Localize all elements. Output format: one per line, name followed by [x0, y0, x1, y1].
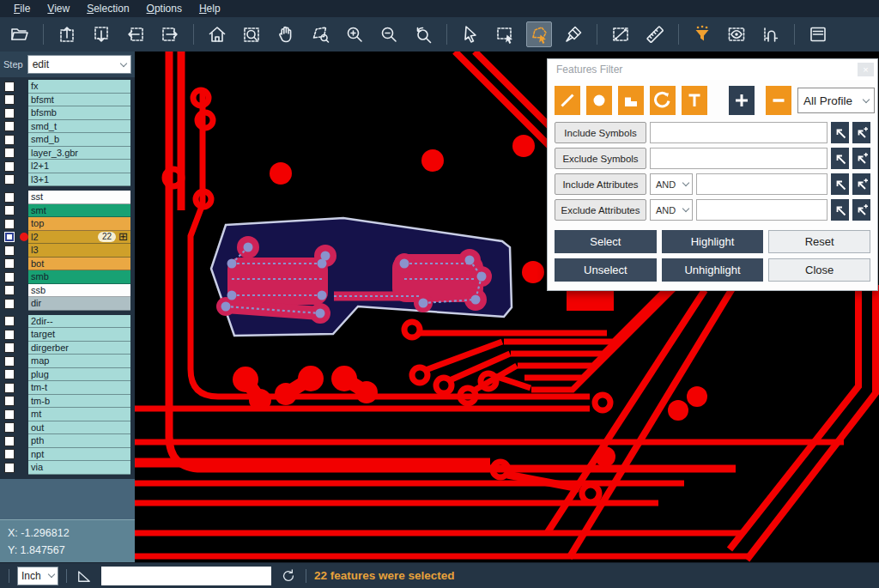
layer-row-via[interactable]: via — [0, 461, 135, 475]
select-button[interactable]: Select — [555, 230, 657, 253]
angle-measure-icon[interactable] — [75, 567, 94, 585]
filter-label-button[interactable]: Include Attributes — [555, 173, 646, 195]
pan-left-icon[interactable] — [123, 21, 149, 47]
filter-label-button[interactable]: Exclude Attributes — [555, 199, 646, 221]
layer-row-ssb[interactable]: ssb — [0, 284, 135, 298]
layer-name[interactable]: 2dir-- — [28, 315, 130, 329]
pick-arrow-plus-button[interactable] — [852, 122, 870, 143]
and-or-select[interactable]: AND — [650, 199, 693, 221]
unselect-button[interactable]: Unselect — [555, 258, 657, 282]
pan-right-icon[interactable] — [157, 21, 183, 47]
layer-visibility-checkbox[interactable] — [4, 148, 15, 158]
zoom-out-icon[interactable] — [376, 21, 402, 47]
close-button[interactable]: Close — [768, 258, 870, 282]
measure-distance-icon[interactable] — [608, 21, 633, 47]
pick-arrow-plus-button[interactable] — [852, 148, 870, 169]
ruler-icon[interactable] — [642, 21, 668, 47]
pick-arrow-button[interactable] — [831, 148, 849, 169]
menu-view[interactable]: View — [39, 1, 78, 16]
layer-visibility-checkbox[interactable] — [4, 192, 15, 203]
profile-select[interactable]: All Profile — [797, 88, 875, 113]
select-arrow-icon[interactable] — [458, 21, 483, 47]
layer-name[interactable]: pth — [28, 434, 130, 448]
menu-selection[interactable]: Selection — [78, 1, 137, 16]
menu-file[interactable]: File — [5, 1, 39, 16]
menu-help[interactable]: Help — [191, 1, 229, 16]
view-eye-icon[interactable] — [724, 21, 749, 47]
snap-magnet-icon[interactable] — [758, 21, 784, 47]
pick-arrow-button[interactable] — [831, 199, 849, 221]
unhighlight-button[interactable]: Unhighlight — [662, 258, 764, 282]
layer-visibility-checkbox[interactable] — [4, 356, 15, 367]
layer-name[interactable]: l222⊞ — [28, 231, 130, 245]
layer-row-tm-t[interactable]: tm-t — [0, 381, 135, 395]
layer-name[interactable]: sst — [28, 191, 130, 204]
layer-visibility-checkbox[interactable] — [4, 246, 15, 256]
layer-row-tm-b[interactable]: tm-b — [0, 395, 135, 409]
refresh-icon[interactable] — [279, 567, 298, 585]
layer-visibility-checkbox[interactable] — [4, 232, 15, 242]
layer-visibility-checkbox[interactable] — [4, 436, 15, 446]
layer-visibility-checkbox[interactable] — [4, 396, 15, 406]
select-polygon-icon[interactable] — [526, 21, 552, 47]
layer-row-smt[interactable]: smt — [0, 204, 135, 218]
layer-visibility-checkbox[interactable] — [4, 409, 15, 420]
filter-value-input[interactable] — [696, 173, 827, 195]
home-view-icon[interactable] — [204, 21, 230, 47]
layer-row-2dir--[interactable]: 2dir-- — [0, 315, 135, 329]
layer-name[interactable]: target — [28, 328, 130, 342]
layer-name[interactable]: bfsmb — [28, 106, 130, 120]
layer-visibility-checkbox[interactable] — [4, 135, 15, 145]
pick-arrow-button[interactable] — [831, 173, 849, 195]
layer-visibility-checkbox[interactable] — [4, 161, 15, 172]
layer-visibility-checkbox[interactable] — [4, 108, 15, 118]
layer-name[interactable]: bfsmt — [28, 94, 130, 107]
layer-row-mt[interactable]: mt — [0, 408, 135, 421]
layer-visibility-checkbox[interactable] — [4, 383, 15, 393]
layer-visibility-checkbox[interactable] — [4, 342, 15, 353]
dialog-title-bar[interactable]: Features Filter × — [548, 59, 877, 80]
layer-name[interactable]: fx — [28, 80, 130, 94]
reset-button[interactable]: Reset — [768, 230, 870, 253]
open-folder-icon[interactable] — [7, 21, 33, 47]
step-select[interactable]: edit — [27, 55, 131, 74]
close-icon[interactable]: × — [858, 63, 874, 76]
filter-value-input[interactable] — [650, 122, 827, 143]
pick-arrow-plus-button[interactable] — [852, 199, 870, 221]
layer-name[interactable]: tm-b — [28, 395, 130, 409]
layer-row-dir[interactable]: dir — [0, 297, 135, 311]
pick-arrow-button[interactable] — [831, 122, 849, 143]
layer-row-l2[interactable]: l222⊞ — [0, 231, 135, 245]
add-filter-button[interactable] — [729, 86, 755, 115]
layer-visibility-checkbox[interactable] — [4, 449, 15, 459]
layer-row-npt[interactable]: npt — [0, 448, 135, 462]
layer-row-map[interactable]: map — [0, 355, 135, 368]
layer-visibility-checkbox[interactable] — [4, 422, 15, 433]
layer-name[interactable]: out — [28, 421, 130, 435]
arc-tool-button[interactable] — [650, 86, 676, 115]
layer-row-pth[interactable]: pth — [0, 434, 135, 448]
layer-name[interactable]: layer_3.gbr — [28, 147, 130, 161]
grid-icon[interactable]: ⊞ — [118, 232, 128, 242]
layer-name[interactable]: npt — [28, 448, 130, 462]
layer-row-bfsmt[interactable]: bfsmt — [0, 94, 135, 107]
pad-tool-button[interactable] — [586, 86, 612, 115]
filter-value-input[interactable] — [696, 199, 827, 221]
layer-row-layer_3.gbr[interactable]: layer_3.gbr — [0, 147, 135, 161]
layer-visibility-checkbox[interactable] — [4, 285, 15, 295]
layer-name[interactable]: smt — [28, 204, 130, 218]
layer-visibility-checkbox[interactable] — [4, 82, 15, 92]
layer-visibility-checkbox[interactable] — [4, 174, 15, 185]
highlight-button[interactable]: Highlight — [662, 230, 764, 253]
pan-down-icon[interactable] — [88, 21, 114, 47]
features-filter-icon[interactable] — [689, 21, 715, 47]
pan-hand-icon[interactable] — [273, 21, 299, 47]
layer-row-dirgerber[interactable]: dirgerber — [0, 342, 135, 355]
layer-name[interactable]: smd_t — [28, 120, 130, 134]
zoom-fit-icon[interactable] — [239, 21, 264, 47]
layer-row-sst[interactable]: sst — [0, 191, 135, 204]
layer-name[interactable]: l2+1 — [28, 160, 130, 173]
command-input[interactable] — [101, 567, 271, 585]
layer-row-smd_b[interactable]: smd_b — [0, 133, 135, 147]
layer-visibility-checkbox[interactable] — [4, 316, 15, 326]
